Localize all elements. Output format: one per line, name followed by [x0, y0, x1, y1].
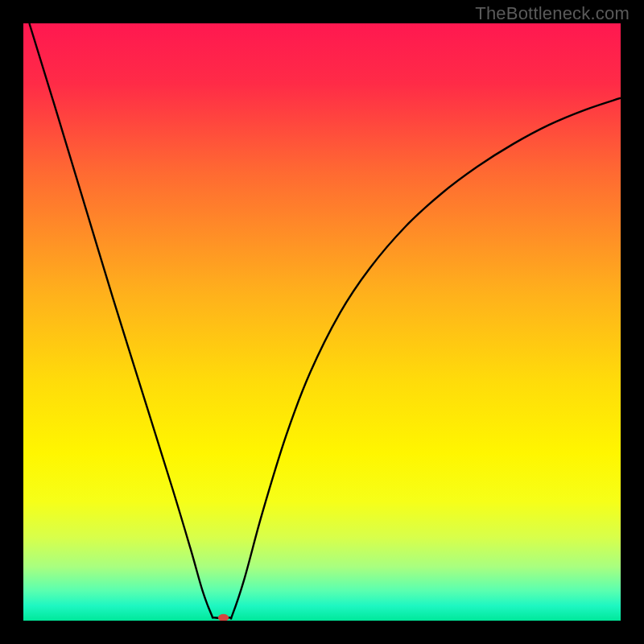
chart-plot-area — [23, 23, 621, 621]
chart-svg — [23, 23, 621, 621]
chart-background — [23, 23, 621, 621]
watermark-text: TheBottleneck.com — [475, 3, 630, 24]
